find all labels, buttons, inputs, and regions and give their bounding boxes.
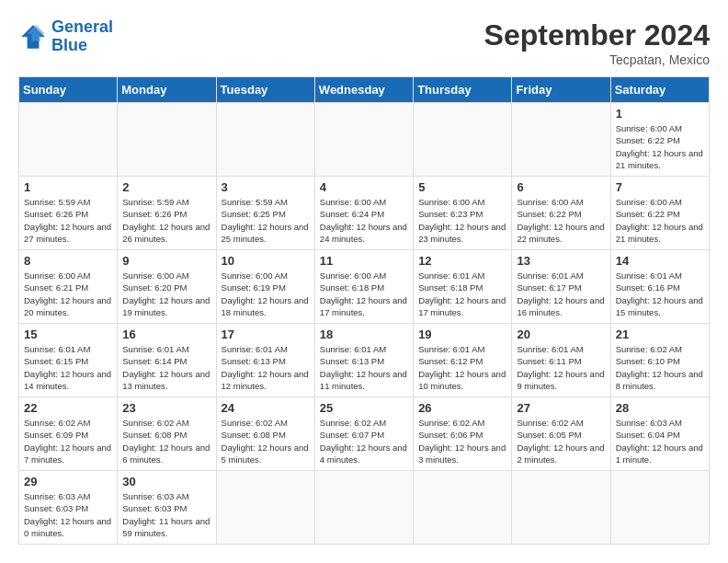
calendar-cell: 21Sunrise: 6:02 AMSunset: 6:10 PMDayligh…	[610, 324, 709, 397]
calendar-cell: 3Sunrise: 5:59 AMSunset: 6:25 PMDaylight…	[216, 177, 314, 250]
calendar-cell	[512, 103, 610, 177]
logo: GeneralBlue	[18, 18, 113, 55]
calendar-cell: 29Sunrise: 6:03 AMSunset: 6:03 PMDayligh…	[19, 471, 118, 545]
month-title: September 2024	[484, 18, 710, 52]
day-number: 5	[418, 180, 506, 194]
calendar-cell: 15Sunrise: 6:01 AMSunset: 6:15 PMDayligh…	[19, 324, 118, 397]
calendar-cell	[118, 103, 216, 177]
day-info: Sunrise: 6:01 AMSunset: 6:13 PMDaylight:…	[320, 343, 408, 392]
day-number: 18	[320, 327, 408, 341]
day-info: Sunrise: 6:01 AMSunset: 6:14 PMDaylight:…	[122, 343, 210, 392]
day-number: 21	[616, 327, 704, 341]
calendar-week-row: 15Sunrise: 6:01 AMSunset: 6:15 PMDayligh…	[19, 324, 710, 397]
location: Tecpatan, Mexico	[484, 52, 710, 67]
calendar-cell	[216, 103, 314, 177]
calendar-cell: 4Sunrise: 6:00 AMSunset: 6:24 PMDaylight…	[314, 177, 413, 250]
day-info: Sunrise: 6:01 AMSunset: 6:15 PMDaylight:…	[24, 343, 112, 392]
calendar-day-header: Wednesday	[314, 77, 413, 103]
calendar-cell: 25Sunrise: 6:02 AMSunset: 6:07 PMDayligh…	[314, 397, 413, 471]
day-number: 25	[320, 401, 408, 415]
calendar-cell	[414, 471, 512, 545]
day-info: Sunrise: 6:02 AMSunset: 6:09 PMDaylight:…	[24, 417, 112, 465]
calendar-cell: 10Sunrise: 6:00 AMSunset: 6:19 PMDayligh…	[216, 250, 314, 324]
calendar-cell	[414, 103, 512, 177]
day-info: Sunrise: 6:02 AMSunset: 6:07 PMDaylight:…	[320, 417, 408, 465]
day-number: 8	[24, 254, 112, 268]
day-number: 16	[122, 327, 210, 341]
calendar-cell: 23Sunrise: 6:02 AMSunset: 6:08 PMDayligh…	[118, 397, 216, 471]
day-number: 10	[222, 254, 310, 268]
day-number: 11	[320, 254, 408, 268]
calendar-week-row: 1Sunrise: 5:59 AMSunset: 6:26 PMDaylight…	[19, 177, 710, 250]
calendar-cell: 6Sunrise: 6:00 AMSunset: 6:22 PMDaylight…	[512, 177, 610, 250]
calendar-week-row: 22Sunrise: 6:02 AMSunset: 6:09 PMDayligh…	[19, 397, 710, 471]
day-info: Sunrise: 6:02 AMSunset: 6:08 PMDaylight:…	[122, 417, 210, 465]
day-info: Sunrise: 6:01 AMSunset: 6:11 PMDaylight:…	[517, 343, 605, 392]
day-info: Sunrise: 6:01 AMSunset: 6:18 PMDaylight:…	[418, 270, 506, 318]
day-info: Sunrise: 6:02 AMSunset: 6:06 PMDaylight:…	[418, 417, 506, 465]
day-info: Sunrise: 6:00 AMSunset: 6:21 PMDaylight:…	[24, 270, 112, 318]
day-info: Sunrise: 6:01 AMSunset: 6:17 PMDaylight:…	[517, 270, 605, 318]
calendar-cell	[19, 103, 118, 177]
calendar-cell: 12Sunrise: 6:01 AMSunset: 6:18 PMDayligh…	[414, 250, 512, 324]
calendar-cell: 18Sunrise: 6:01 AMSunset: 6:13 PMDayligh…	[314, 324, 413, 397]
calendar-cell	[314, 103, 413, 177]
calendar-table: SundayMondayTuesdayWednesdayThursdayFrid…	[18, 76, 710, 545]
calendar-cell: 28Sunrise: 6:03 AMSunset: 6:04 PMDayligh…	[610, 397, 709, 471]
day-info: Sunrise: 6:00 AMSunset: 6:23 PMDaylight:…	[418, 196, 506, 245]
calendar-cell: 22Sunrise: 6:02 AMSunset: 6:09 PMDayligh…	[19, 397, 118, 471]
day-number: 9	[122, 254, 210, 268]
calendar-cell	[314, 471, 413, 545]
calendar-cell: 27Sunrise: 6:02 AMSunset: 6:05 PMDayligh…	[512, 397, 610, 471]
day-number: 1	[616, 107, 704, 121]
logo-text: GeneralBlue	[51, 18, 113, 55]
day-info: Sunrise: 6:03 AMSunset: 6:03 PMDaylight:…	[122, 490, 210, 539]
day-info: Sunrise: 6:02 AMSunset: 6:08 PMDaylight:…	[222, 417, 310, 465]
calendar-cell: 26Sunrise: 6:02 AMSunset: 6:06 PMDayligh…	[414, 397, 512, 471]
day-number: 2	[122, 180, 210, 194]
calendar-week-row: 29Sunrise: 6:03 AMSunset: 6:03 PMDayligh…	[19, 471, 710, 545]
calendar-cell: 30Sunrise: 6:03 AMSunset: 6:03 PMDayligh…	[118, 471, 216, 545]
day-info: Sunrise: 6:01 AMSunset: 6:16 PMDaylight:…	[616, 270, 704, 318]
calendar-cell	[216, 471, 314, 545]
day-number: 29	[24, 475, 112, 488]
day-info: Sunrise: 6:00 AMSunset: 6:22 PMDaylight:…	[616, 196, 704, 245]
title-block: September 2024 Tecpatan, Mexico	[484, 18, 710, 67]
calendar-cell: 19Sunrise: 6:01 AMSunset: 6:12 PMDayligh…	[414, 324, 512, 397]
logo-icon	[18, 22, 48, 52]
calendar-week-row: 8Sunrise: 6:00 AMSunset: 6:21 PMDaylight…	[19, 250, 710, 324]
calendar-cell: 17Sunrise: 6:01 AMSunset: 6:13 PMDayligh…	[216, 324, 314, 397]
day-number: 28	[616, 401, 704, 415]
day-info: Sunrise: 6:00 AMSunset: 6:22 PMDaylight:…	[616, 122, 704, 171]
day-info: Sunrise: 6:01 AMSunset: 6:12 PMDaylight:…	[418, 343, 506, 392]
calendar-day-header: Friday	[512, 77, 610, 103]
calendar-cell: 9Sunrise: 6:00 AMSunset: 6:20 PMDaylight…	[118, 250, 216, 324]
calendar-cell: 14Sunrise: 6:01 AMSunset: 6:16 PMDayligh…	[610, 250, 709, 324]
day-number: 6	[517, 180, 605, 194]
calendar-body: 1Sunrise: 6:00 AMSunset: 6:22 PMDaylight…	[19, 103, 710, 545]
day-number: 1	[24, 180, 112, 194]
day-info: Sunrise: 6:02 AMSunset: 6:05 PMDaylight:…	[517, 417, 605, 465]
calendar-cell: 8Sunrise: 6:00 AMSunset: 6:21 PMDaylight…	[19, 250, 118, 324]
day-number: 17	[222, 327, 310, 341]
day-number: 24	[222, 401, 310, 415]
calendar-day-header: Sunday	[19, 77, 118, 103]
day-info: Sunrise: 6:00 AMSunset: 6:18 PMDaylight:…	[320, 270, 408, 318]
day-number: 13	[517, 254, 605, 268]
calendar-cell	[610, 471, 709, 545]
calendar-cell	[512, 471, 610, 545]
day-number: 4	[320, 180, 408, 194]
day-number: 12	[418, 254, 506, 268]
day-number: 7	[616, 180, 704, 194]
day-info: Sunrise: 6:00 AMSunset: 6:20 PMDaylight:…	[122, 270, 210, 318]
calendar-cell: 13Sunrise: 6:01 AMSunset: 6:17 PMDayligh…	[512, 250, 610, 324]
day-info: Sunrise: 6:00 AMSunset: 6:24 PMDaylight:…	[320, 196, 408, 245]
calendar-day-header: Tuesday	[216, 77, 314, 103]
calendar-cell: 11Sunrise: 6:00 AMSunset: 6:18 PMDayligh…	[314, 250, 413, 324]
day-number: 27	[517, 401, 605, 415]
day-number: 22	[24, 401, 112, 415]
day-number: 15	[24, 327, 112, 341]
day-info: Sunrise: 5:59 AMSunset: 6:26 PMDaylight:…	[122, 196, 210, 245]
calendar-cell: 20Sunrise: 6:01 AMSunset: 6:11 PMDayligh…	[512, 324, 610, 397]
day-number: 19	[418, 327, 506, 341]
